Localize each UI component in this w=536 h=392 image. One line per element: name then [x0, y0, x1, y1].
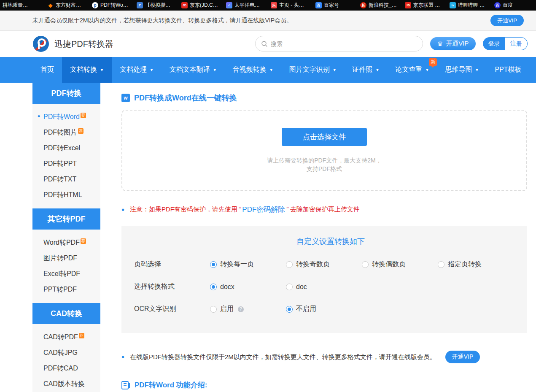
- site-logo[interactable]: 迅捷PDF转换器: [32, 35, 113, 52]
- radio-convert-every-page[interactable]: 转换每一页: [210, 260, 286, 269]
- nav-item-av-convert[interactable]: 音视频转换 ▼: [225, 57, 281, 83]
- sidebar-item-pdf-to-cad[interactable]: PDF转CAD: [32, 360, 100, 376]
- sidebar-item-excel-to-pdf[interactable]: Excel转PDF: [32, 266, 100, 281]
- header-open-vip-button[interactable]: ♛ 开通VIP: [430, 37, 476, 50]
- radio-unchecked-icon[interactable]: [286, 284, 293, 290]
- nav-label: PPT模板: [495, 65, 521, 74]
- sidebar-item-label: Word转PDF: [43, 239, 80, 246]
- quote-open: “: [239, 206, 241, 214]
- page-title: w PDF转换成Word在线一键转换: [121, 93, 527, 103]
- nav-item-client[interactable]: 客户端 ▼: [530, 57, 536, 83]
- radio-checked-icon[interactable]: [286, 306, 293, 313]
- browser-tab[interactable]: JD 京东联盟 …: [402, 0, 447, 11]
- browser-tab[interactable]: 百 百度: [492, 0, 536, 11]
- radio-unchecked-icon[interactable]: [210, 306, 217, 313]
- radio-convert-specified-pages[interactable]: 指定页转换: [438, 260, 514, 269]
- nav-item-paper-check[interactable]: 论文查重 ▼ 新: [388, 57, 437, 83]
- feature-intro-title: PDF转Word 功能介绍:: [135, 380, 207, 390]
- document-icon: [121, 381, 130, 389]
- browser-tab[interactable]: JD 京东(JD.C…: [179, 0, 224, 11]
- browser-tab[interactable]: ✓ 太平洋电…: [224, 0, 268, 11]
- tab-title: PDF转Wo…: [100, 2, 128, 9]
- radio-checked-icon[interactable]: [210, 284, 217, 290]
- radio-unchecked-icon[interactable]: [438, 261, 444, 268]
- nav-item-doc-convert[interactable]: 文档转换 ▼: [62, 57, 112, 83]
- jd-union-favicon-icon: JD: [405, 2, 411, 8]
- sidebar-item-label: PDF转Excel: [43, 144, 80, 151]
- radio-ocr-disable[interactable]: 不启用: [286, 305, 362, 314]
- radio-format-docx[interactable]: docx: [210, 283, 286, 291]
- register-button[interactable]: 注册: [505, 37, 528, 50]
- browser-tab[interactable]: p PDF转Wo…: [89, 0, 134, 11]
- sidebar-item-pdf-to-html[interactable]: PDF转HTML: [32, 187, 100, 203]
- chevron-down-icon: ▼: [269, 68, 273, 72]
- browser-tab-bar: 耕地质量… ◆ 东方财富… p PDF转Wo… Z 【模拟攒… JD 京东(JD…: [0, 0, 536, 11]
- tab-title: 京东(JD.C…: [190, 2, 218, 9]
- browser-tab[interactable]: 耕地质量…: [0, 0, 45, 11]
- nav-item-doc-translate[interactable]: 文档文本翻译 ▼: [162, 57, 225, 83]
- browser-tab[interactable]: 头 主页 - 头…: [268, 0, 313, 11]
- upload-hint-line2: 支持PDF格式: [267, 165, 381, 173]
- sidebar-item-cad-to-jpg[interactable]: CAD转JPG: [32, 345, 100, 360]
- site-header: 迅捷PDF转换器 ♛ 开通VIP 登录 注册: [0, 31, 536, 57]
- page-range-label: 页码选择: [134, 260, 210, 269]
- tab-title: 太平洋电…: [234, 2, 260, 9]
- tab-title: 【模拟攒…: [145, 2, 170, 9]
- sidebar-item-pdf-to-ppt[interactable]: PDF转PPT: [32, 156, 100, 171]
- pdf-password-remove-link[interactable]: PDF密码解除: [242, 205, 285, 214]
- tab-title: 百家号: [324, 2, 339, 9]
- radio-format-doc[interactable]: doc: [286, 283, 362, 291]
- help-icon[interactable]: ?: [238, 306, 244, 312]
- main-content: w PDF转换成Word在线一键转换 点击选择文件 请上传需要转换的PDF文件，…: [121, 83, 527, 392]
- open-vip-button[interactable]: 开通VIP: [490, 15, 524, 26]
- nav-item-mindmap[interactable]: 思维导图 ▼: [437, 57, 487, 83]
- radio-convert-even-pages[interactable]: 转换偶数页: [362, 260, 438, 269]
- sidebar-item-cad-to-pdf[interactable]: CAD转PDF荐: [32, 329, 100, 345]
- browser-tab[interactable]: tv 哔哩哔哩 …: [447, 0, 492, 11]
- chevron-down-icon: ▼: [475, 68, 479, 72]
- eastmoney-favicon-icon: ◆: [47, 2, 54, 8]
- search-input[interactable]: [271, 41, 423, 47]
- browser-tab[interactable]: 百 百家号: [313, 0, 358, 11]
- toutiao-favicon-icon: 头: [271, 2, 277, 8]
- browser-tab[interactable]: Z 【模拟攒…: [134, 0, 179, 11]
- vip-limit-note: • 在线版PDF转换器转换文件仅限于2M以内文件，如需转换更大文件、转换更多格式…: [121, 351, 527, 363]
- select-file-button[interactable]: 点击选择文件: [282, 128, 367, 146]
- nav-item-ocr[interactable]: 图片文字识别 ▼: [281, 57, 345, 83]
- nav-item-doc-process[interactable]: 文档处理 ▼: [112, 57, 162, 83]
- active-bullet-icon: •: [38, 109, 40, 124]
- sidebar-item-pdf-to-txt[interactable]: PDF转TXT: [32, 171, 100, 187]
- nav-item-id-photo[interactable]: 证件照 ▼: [345, 57, 388, 83]
- pacific-favicon-icon: ✓: [226, 2, 232, 8]
- login-button[interactable]: 登录: [483, 37, 505, 50]
- sidebar-item-word-to-pdf[interactable]: Word转PDF荐: [32, 235, 100, 250]
- sidebar-item-pdf-to-excel[interactable]: PDF转Excel: [32, 140, 100, 156]
- sidebar-item-ppt-to-pdf[interactable]: PPT转PDF: [32, 281, 100, 297]
- nav-label: 证件照: [353, 65, 373, 74]
- header-vip-label: 开通VIP: [446, 40, 469, 48]
- browser-tab[interactable]: ◆ 东方财富…: [45, 0, 89, 11]
- sidebar-item-label: PDF转Word: [43, 113, 80, 120]
- sidebar-item-pdf-to-word[interactable]: • PDF转Word荐: [32, 109, 100, 124]
- open-vip-button[interactable]: 开通VIP: [445, 351, 480, 363]
- search-box[interactable]: [255, 36, 423, 51]
- radio-convert-odd-pages[interactable]: 转换奇数页: [286, 260, 362, 269]
- radio-unchecked-icon[interactable]: [362, 261, 369, 268]
- sidebar-item-pdf-to-image[interactable]: PDF转图片荐: [32, 124, 100, 140]
- chevron-down-icon: ▼: [333, 68, 337, 72]
- sidebar-item-image-to-pdf[interactable]: 图片转PDF: [32, 250, 100, 266]
- upload-dropzone[interactable]: 点击选择文件 请上传需要转换的PDF文件，最大支持2M， 支持PDF格式: [121, 110, 527, 191]
- ocr-row: OCR文字识别 启用 ? 不启用: [134, 305, 527, 314]
- radio-ocr-enable[interactable]: 启用 ?: [210, 305, 286, 314]
- sidebar-item-label: CAD版本转换: [43, 380, 85, 387]
- radio-checked-icon[interactable]: [210, 261, 217, 268]
- bullet-icon: •: [121, 353, 124, 361]
- nav-item-home[interactable]: 首页: [32, 57, 62, 83]
- browser-tab[interactable]: 新 新浪科技_…: [358, 0, 402, 11]
- nav-item-ppt-template[interactable]: PPT模板: [487, 57, 529, 83]
- sidebar-item-cad-version-convert[interactable]: CAD版本转换: [32, 376, 100, 392]
- recommend-badge-icon: 荐: [78, 128, 83, 134]
- radio-unchecked-icon[interactable]: [286, 261, 293, 268]
- nav-label: 图片文字识别: [289, 65, 330, 74]
- output-format-label: 选择转换格式: [134, 282, 210, 291]
